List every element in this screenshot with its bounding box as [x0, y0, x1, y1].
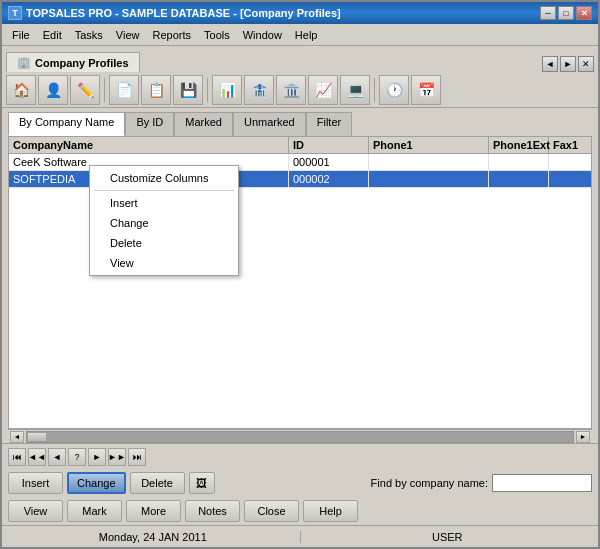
bottom-row-2: View Mark More Notes Close Help — [2, 497, 598, 525]
ctx-separator — [94, 190, 234, 191]
title-bar: T TOPSALES PRO - SAMPLE DATABASE - [Comp… — [2, 2, 598, 24]
main-window: T TOPSALES PRO - SAMPLE DATABASE - [Comp… — [0, 0, 600, 549]
close-button-bottom[interactable]: Close — [244, 500, 299, 522]
toolbar-btn-building[interactable]: 🏛️ — [276, 75, 306, 105]
toolbar-btn-home[interactable]: 🏠 — [6, 75, 36, 105]
col-header-id: ID — [289, 137, 369, 153]
menu-bar: File Edit Tasks View Reports Tools Windo… — [2, 24, 598, 46]
toolbar-btn-computer[interactable]: 💻 — [340, 75, 370, 105]
menu-window[interactable]: Window — [237, 27, 288, 43]
menu-help[interactable]: Help — [289, 27, 324, 43]
toolbar-btn-save[interactable]: 💾 — [173, 75, 203, 105]
image-button[interactable]: 🖼 — [189, 472, 215, 494]
cell-fax1-2 — [549, 171, 592, 187]
cell-fax1-1 — [549, 154, 592, 170]
tab-by-id[interactable]: By ID — [125, 112, 174, 136]
view-button[interactable]: View — [8, 500, 63, 522]
title-bar-controls: ─ □ ✕ — [540, 6, 592, 20]
nav-next-page[interactable]: ►► — [108, 448, 126, 466]
scroll-track[interactable] — [26, 431, 574, 443]
toolbar-separator-3 — [374, 78, 375, 102]
tab-filter[interactable]: Filter — [306, 112, 352, 136]
mark-button[interactable]: Mark — [67, 500, 122, 522]
cell-phone1-2 — [369, 171, 489, 187]
nav-prev[interactable]: ◄ — [48, 448, 66, 466]
toolbar-separator-2 — [207, 78, 208, 102]
ctx-view[interactable]: View — [90, 253, 238, 273]
nav-last[interactable]: ⏭ — [128, 448, 146, 466]
ctx-delete[interactable]: Delete — [90, 233, 238, 253]
status-user: USER — [301, 531, 595, 543]
notes-button[interactable]: Notes — [185, 500, 240, 522]
toolbar-btn-doc[interactable]: 📄 — [109, 75, 139, 105]
help-button[interactable]: Help — [303, 500, 358, 522]
window-tab-bar: 🏢 Company Profiles ◄ ► ✕ — [2, 46, 598, 72]
close-button[interactable]: ✕ — [576, 6, 592, 20]
find-label: Find by company name: — [371, 477, 488, 489]
toolbar-btn-clock[interactable]: 🕐 — [379, 75, 409, 105]
scroll-right-btn[interactable]: ► — [576, 431, 590, 443]
minimize-button[interactable]: ─ — [540, 6, 556, 20]
menu-view[interactable]: View — [110, 27, 146, 43]
nav-help[interactable]: ? — [68, 448, 86, 466]
data-area: CompanyName ID Phone1 Phone1Ext Fax1 Cee… — [8, 136, 592, 429]
tab-label: Company Profiles — [35, 57, 129, 69]
close-tab[interactable]: ✕ — [578, 56, 594, 72]
menu-tasks[interactable]: Tasks — [69, 27, 109, 43]
col-header-company: CompanyName — [9, 137, 289, 153]
cell-id-1: 000001 — [289, 154, 369, 170]
status-date: Monday, 24 JAN 2011 — [6, 531, 301, 543]
menu-file[interactable]: File — [6, 27, 36, 43]
more-button[interactable]: More — [126, 500, 181, 522]
table-header: CompanyName ID Phone1 Phone1Ext Fax1 — [9, 137, 591, 154]
cell-id-2: 000002 — [289, 171, 369, 187]
nav-next[interactable]: ► — [88, 448, 106, 466]
toolbar: 🏠 👤 ✏️ 📄 📋 💾 📊 🏦 🏛️ 📈 💻 🕐 📅 — [2, 72, 598, 108]
toolbar-btn-person[interactable]: 👤 — [38, 75, 68, 105]
toolbar-btn-chart[interactable]: 📊 — [212, 75, 242, 105]
cell-phone1-1 — [369, 154, 489, 170]
prev-arrow[interactable]: ◄ — [542, 56, 558, 72]
next-arrow[interactable]: ► — [560, 56, 576, 72]
toolbar-btn-bank[interactable]: 🏦 — [244, 75, 274, 105]
nav-prev-page[interactable]: ◄◄ — [28, 448, 46, 466]
delete-button[interactable]: Delete — [130, 472, 185, 494]
tab-marked[interactable]: Marked — [174, 112, 233, 136]
toolbar-btn-graph[interactable]: 📈 — [308, 75, 338, 105]
cell-phone1ext-2 — [489, 171, 549, 187]
scroll-left-btn[interactable]: ◄ — [10, 431, 24, 443]
toolbar-separator-1 — [104, 78, 105, 102]
insert-button[interactable]: Insert — [8, 472, 63, 494]
tab-icon: 🏢 — [17, 56, 31, 69]
status-bar: Monday, 24 JAN 2011 USER — [2, 525, 598, 547]
title-bar-left: T TOPSALES PRO - SAMPLE DATABASE - [Comp… — [8, 6, 341, 20]
app-icon: T — [8, 6, 22, 20]
col-header-fax1: Fax1 — [549, 137, 592, 153]
change-button[interactable]: Change — [67, 472, 126, 494]
tab-by-company-name[interactable]: By Company Name — [8, 112, 125, 136]
context-menu: Customize Columns Insert Change Delete V… — [89, 165, 239, 276]
col-header-phone1: Phone1 — [369, 137, 489, 153]
view-tabs: By Company Name By ID Marked Unmarked Fi… — [2, 108, 598, 136]
ctx-change[interactable]: Change — [90, 213, 238, 233]
bottom-row-1: Insert Change Delete 🖼 Find by company n… — [2, 469, 598, 497]
find-input[interactable] — [492, 474, 592, 492]
toolbar-btn-calendar[interactable]: 📅 — [411, 75, 441, 105]
horizontal-scrollbar[interactable]: ◄ ► — [8, 429, 592, 443]
menu-edit[interactable]: Edit — [37, 27, 68, 43]
ctx-insert[interactable]: Insert — [90, 193, 238, 213]
ctx-customize-columns[interactable]: Customize Columns — [90, 168, 238, 188]
col-header-phone1ext: Phone1Ext — [489, 137, 549, 153]
tab-unmarked[interactable]: Unmarked — [233, 112, 306, 136]
company-profiles-tab[interactable]: 🏢 Company Profiles — [6, 52, 140, 72]
maximize-button[interactable]: □ — [558, 6, 574, 20]
menu-tools[interactable]: Tools — [198, 27, 236, 43]
scroll-thumb[interactable] — [27, 432, 47, 442]
nav-bar: ⏮ ◄◄ ◄ ? ► ►► ⏭ — [2, 443, 598, 469]
menu-reports[interactable]: Reports — [146, 27, 197, 43]
toolbar-btn-copy[interactable]: 📋 — [141, 75, 171, 105]
nav-arrows: ◄ ► ✕ — [542, 56, 594, 72]
toolbar-btn-edit[interactable]: ✏️ — [70, 75, 100, 105]
window-title: TOPSALES PRO - SAMPLE DATABASE - [Compan… — [26, 7, 341, 19]
nav-first[interactable]: ⏮ — [8, 448, 26, 466]
